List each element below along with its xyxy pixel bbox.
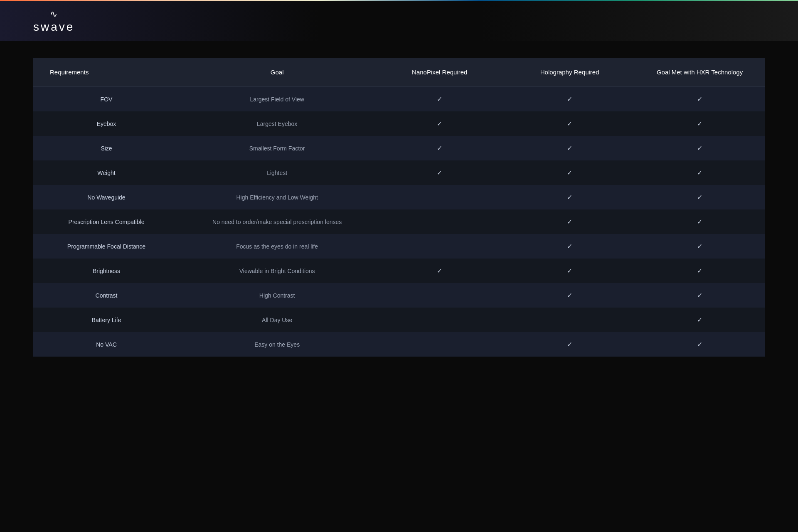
- hxr-cell: ✓: [635, 332, 765, 357]
- table-row: FOVLargest Field of View✓✓✓: [33, 87, 765, 112]
- goal-cell: Easy on the Eyes: [180, 332, 374, 357]
- requirement-cell: Eyebox: [33, 111, 180, 136]
- table-row: WeightLightest✓✓✓: [33, 160, 765, 185]
- hxr-cell: ✓: [635, 209, 765, 234]
- holography-cell: ✓: [505, 111, 635, 136]
- holography-cell: ✓: [505, 87, 635, 112]
- nanopixel-cell: [374, 332, 505, 357]
- requirement-cell: Battery Life: [33, 308, 180, 332]
- main-content: Requirements Goal NanoPixel Required Hol…: [0, 41, 798, 373]
- table-row: SizeSmallest Form Factor✓✓✓: [33, 136, 765, 160]
- header: ∿ swave: [0, 0, 798, 41]
- nanopixel-cell: [374, 308, 505, 332]
- holography-cell: [505, 308, 635, 332]
- holography-cell: ✓: [505, 209, 635, 234]
- nanopixel-cell: ✓: [374, 111, 505, 136]
- requirement-cell: Programmable Focal Distance: [33, 234, 180, 259]
- hxr-cell: ✓: [635, 234, 765, 259]
- table-row: BrightnessViewable in Bright Conditions✓…: [33, 259, 765, 283]
- requirement-cell: Size: [33, 136, 180, 160]
- table-row: Programmable Focal DistanceFocus as the …: [33, 234, 765, 259]
- nanopixel-cell: ✓: [374, 87, 505, 112]
- requirement-cell: No VAC: [33, 332, 180, 357]
- logo: ∿ swave: [33, 9, 74, 34]
- holography-cell: ✓: [505, 185, 635, 209]
- goal-cell: Largest Eyebox: [180, 111, 374, 136]
- goal-cell: No need to order/make special prescripti…: [180, 209, 374, 234]
- goal-cell: Smallest Form Factor: [180, 136, 374, 160]
- holography-cell: ✓: [505, 259, 635, 283]
- goal-cell: All Day Use: [180, 308, 374, 332]
- hxr-cell: ✓: [635, 87, 765, 112]
- col-header-nanopixel: NanoPixel Required: [374, 58, 505, 87]
- comparison-table: Requirements Goal NanoPixel Required Hol…: [33, 58, 765, 357]
- nanopixel-cell: [374, 185, 505, 209]
- nanopixel-cell: ✓: [374, 160, 505, 185]
- goal-cell: High Efficiency and Low Weight: [180, 185, 374, 209]
- hxr-cell: ✓: [635, 185, 765, 209]
- logo-text: swave: [33, 20, 74, 34]
- holography-cell: ✓: [505, 234, 635, 259]
- holography-cell: ✓: [505, 136, 635, 160]
- hxr-cell: ✓: [635, 136, 765, 160]
- hxr-cell: ✓: [635, 283, 765, 308]
- nanopixel-cell: ✓: [374, 259, 505, 283]
- table-row: ContrastHigh Contrast✓✓: [33, 283, 765, 308]
- col-header-holography: Holography Required: [505, 58, 635, 87]
- hxr-cell: ✓: [635, 308, 765, 332]
- requirement-cell: Prescription Lens Compatible: [33, 209, 180, 234]
- table-row: No WaveguideHigh Efficiency and Low Weig…: [33, 185, 765, 209]
- requirement-cell: Contrast: [33, 283, 180, 308]
- nanopixel-cell: ✓: [374, 136, 505, 160]
- hxr-cell: ✓: [635, 111, 765, 136]
- nanopixel-cell: [374, 234, 505, 259]
- table-header-row: Requirements Goal NanoPixel Required Hol…: [33, 58, 765, 87]
- goal-cell: High Contrast: [180, 283, 374, 308]
- table-row: No VACEasy on the Eyes✓✓: [33, 332, 765, 357]
- nanopixel-cell: [374, 209, 505, 234]
- goal-cell: Lightest: [180, 160, 374, 185]
- holography-cell: ✓: [505, 332, 635, 357]
- table-row: Battery LifeAll Day Use✓: [33, 308, 765, 332]
- requirement-cell: No Waveguide: [33, 185, 180, 209]
- requirement-cell: Weight: [33, 160, 180, 185]
- logo-wave-icon: ∿: [50, 9, 58, 20]
- hxr-cell: ✓: [635, 259, 765, 283]
- col-header-goal: Goal: [180, 58, 374, 87]
- nanopixel-cell: [374, 283, 505, 308]
- goal-cell: Focus as the eyes do in real life: [180, 234, 374, 259]
- hxr-cell: ✓: [635, 160, 765, 185]
- holography-cell: ✓: [505, 283, 635, 308]
- table-row: EyeboxLargest Eyebox✓✓✓: [33, 111, 765, 136]
- requirement-cell: Brightness: [33, 259, 180, 283]
- requirement-cell: FOV: [33, 87, 180, 112]
- goal-cell: Viewable in Bright Conditions: [180, 259, 374, 283]
- goal-cell: Largest Field of View: [180, 87, 374, 112]
- table-row: Prescription Lens CompatibleNo need to o…: [33, 209, 765, 234]
- col-header-hxr: Goal Met with HXR Technology: [635, 58, 765, 87]
- holography-cell: ✓: [505, 160, 635, 185]
- col-header-requirements: Requirements: [33, 58, 180, 87]
